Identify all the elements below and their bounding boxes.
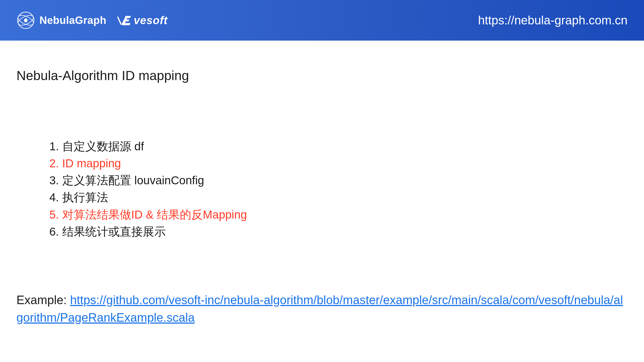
slide-content: Nebula-Algorithm ID mapping 1. 自定义数据源 df… — [0, 41, 644, 240]
header-bar: NebulaGraph vesoft https://nebula-graph.… — [0, 0, 644, 41]
list-item: 4. 执行算法 — [49, 189, 628, 206]
list-item-text: 结果统计或直接展示 — [62, 225, 166, 238]
list-item-number: 6. — [49, 225, 59, 238]
vesoft-brand-text: vesoft — [134, 14, 168, 27]
header-url: https://nebula-graph.com.cn — [478, 13, 628, 27]
list-item: 1. 自定义数据源 df — [49, 138, 628, 155]
nebula-icon — [16, 11, 35, 30]
nebula-brand-text: NebulaGraph — [39, 15, 106, 26]
slide-title: Nebula-Algorithm ID mapping — [16, 68, 628, 83]
list-item: 5. 对算法结果做ID & 结果的反Mapping — [49, 206, 628, 223]
list-item-text: 自定义数据源 df — [62, 140, 144, 153]
list-item-text: 对算法结果做ID & 结果的反Mapping — [62, 208, 247, 221]
vesoft-logo: vesoft — [117, 14, 168, 27]
steps-list: 1. 自定义数据源 df 2. ID mapping 3. 定义算法配置 lou… — [16, 138, 628, 240]
vesoft-icon — [117, 15, 131, 25]
list-item-text: 执行算法 — [62, 191, 108, 204]
list-item-number: 5. — [49, 208, 59, 221]
example-link[interactable]: https://github.com/vesoft-inc/nebula-alg… — [16, 293, 623, 324]
list-item-number: 4. — [49, 191, 59, 204]
list-item-text: ID mapping — [62, 157, 121, 170]
example-section: Example: https://github.com/vesoft-inc/n… — [16, 291, 628, 326]
list-item: 3. 定义算法配置 louvainConfig — [49, 172, 628, 189]
header-left-group: NebulaGraph vesoft — [16, 11, 168, 30]
example-label: Example: — [16, 293, 70, 307]
list-item: 6. 结果统计或直接展示 — [49, 223, 628, 240]
list-item: 2. ID mapping — [49, 155, 628, 172]
list-item-number: 3. — [49, 174, 59, 187]
nebula-logo: NebulaGraph — [16, 11, 106, 30]
list-item-number: 2. — [49, 157, 59, 170]
list-item-text: 定义算法配置 louvainConfig — [62, 174, 204, 187]
list-item-number: 1. — [49, 140, 59, 153]
svg-marker-3 — [24, 18, 28, 22]
